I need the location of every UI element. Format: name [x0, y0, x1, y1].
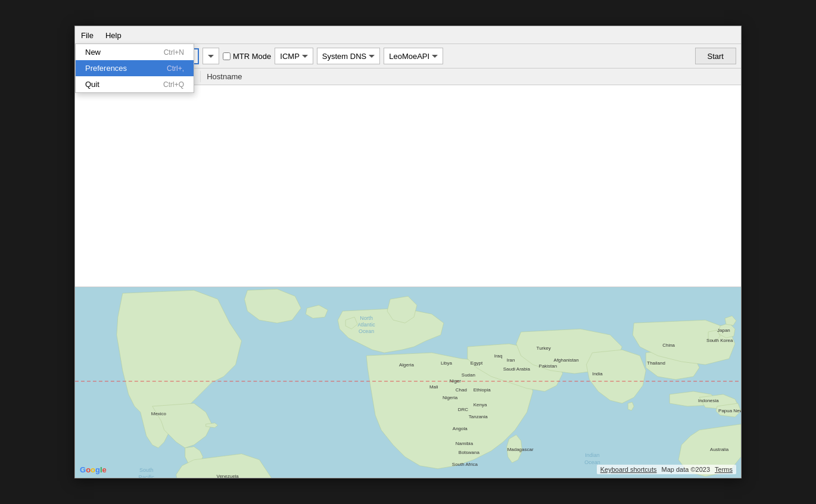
target-dropdown-btn[interactable] [203, 48, 219, 64]
svg-text:Algeria: Algeria [399, 362, 414, 368]
map-area: .ocean { fill: #aad3df; } .land { fill: … [75, 287, 741, 478]
svg-text:Indonesia: Indonesia [698, 398, 719, 403]
svg-text:South Korea: South Korea [706, 338, 733, 343]
mtr-mode-checkbox[interactable] [223, 52, 231, 60]
menu-quit[interactable]: Quit Ctrl+Q [76, 76, 194, 92]
svg-text:South: South [139, 467, 153, 473]
svg-text:Namibia: Namibia [456, 441, 474, 446]
svg-text:Pakistan: Pakistan [539, 363, 558, 369]
app-window: File Help New Ctrl+N Preferences Ctrl+, … [74, 26, 742, 478]
terms-link[interactable]: Terms [715, 466, 733, 473]
system-dns-btn[interactable]: System DNS [317, 48, 380, 64]
svg-text:Nigeria: Nigeria [443, 395, 458, 400]
google-logo: Google [80, 465, 107, 474]
map-footer: Keyboard shortcuts Map data ©2023 Terms [597, 465, 736, 474]
leomoe-api-btn[interactable]: LeoMoeAPI [384, 48, 443, 64]
svg-text:Chad: Chad [456, 387, 467, 393]
svg-text:Iran: Iran [507, 357, 515, 363]
col-hostname[interactable]: Hostname [201, 71, 248, 82]
map-data-label: Map data ©2023 [662, 466, 711, 473]
chevron-down-icon [208, 55, 214, 58]
svg-text:Venezuela: Venezuela [217, 474, 239, 478]
menu-new[interactable]: New Ctrl+N [76, 44, 194, 60]
svg-text:North: North [360, 315, 373, 321]
svg-text:Mexico: Mexico [151, 411, 167, 416]
svg-text:Thailand: Thailand [647, 360, 665, 366]
svg-text:Australia: Australia [710, 447, 729, 452]
svg-text:Iraq: Iraq [494, 353, 503, 359]
mtr-mode-label[interactable]: MTR Mode [223, 52, 271, 61]
svg-text:Egypt: Egypt [471, 360, 483, 366]
svg-text:Madagascar: Madagascar [507, 447, 534, 452]
svg-text:Papua New Guinea: Papua New Guinea [718, 408, 741, 413]
svg-text:Ethiopia: Ethiopia [474, 387, 491, 393]
icmp-btn[interactable]: ICMP [275, 48, 313, 64]
svg-text:Kenya: Kenya [474, 402, 487, 407]
svg-text:Mali: Mali [429, 384, 438, 390]
icmp-chevron-icon [302, 55, 308, 58]
svg-text:Tanzania: Tanzania [469, 414, 488, 419]
svg-text:India: India [592, 371, 603, 377]
results-area [75, 85, 741, 287]
google-logo-area: Google [80, 465, 107, 474]
svg-text:Saudi Arabia: Saudi Arabia [503, 366, 531, 372]
api-chevron-icon [432, 55, 438, 58]
svg-text:Turkey: Turkey [537, 346, 551, 351]
svg-text:China: China [662, 343, 675, 348]
svg-text:Pacific: Pacific [139, 474, 155, 478]
svg-text:DRC: DRC [458, 407, 469, 412]
start-button[interactable]: Start [695, 48, 736, 64]
file-menu[interactable]: File [75, 29, 99, 43]
svg-text:Sudan: Sudan [462, 372, 475, 378]
file-dropdown: New Ctrl+N Preferences Ctrl+, Quit Ctrl+… [75, 43, 194, 93]
svg-text:Niger: Niger [450, 378, 461, 384]
svg-text:Angola: Angola [453, 426, 468, 431]
menubar: File Help New Ctrl+N Preferences Ctrl+, … [75, 26, 741, 44]
world-map: .ocean { fill: #aad3df; } .land { fill: … [75, 287, 741, 478]
svg-text:Libya: Libya [441, 360, 453, 366]
svg-text:Botswana: Botswana [459, 450, 480, 455]
svg-text:Atlantic: Atlantic [357, 322, 375, 328]
svg-text:South Africa: South Africa [452, 462, 478, 467]
dns-chevron-icon [369, 55, 375, 58]
menu-preferences[interactable]: Preferences Ctrl+, [76, 60, 194, 76]
svg-text:Afghanistan: Afghanistan [554, 357, 579, 363]
keyboard-shortcuts-link[interactable]: Keyboard shortcuts [600, 466, 657, 473]
svg-text:Ocean: Ocean [359, 328, 374, 334]
svg-text:Japan: Japan [717, 328, 730, 333]
svg-text:Indian: Indian [585, 452, 599, 458]
help-menu[interactable]: Help [99, 29, 127, 43]
